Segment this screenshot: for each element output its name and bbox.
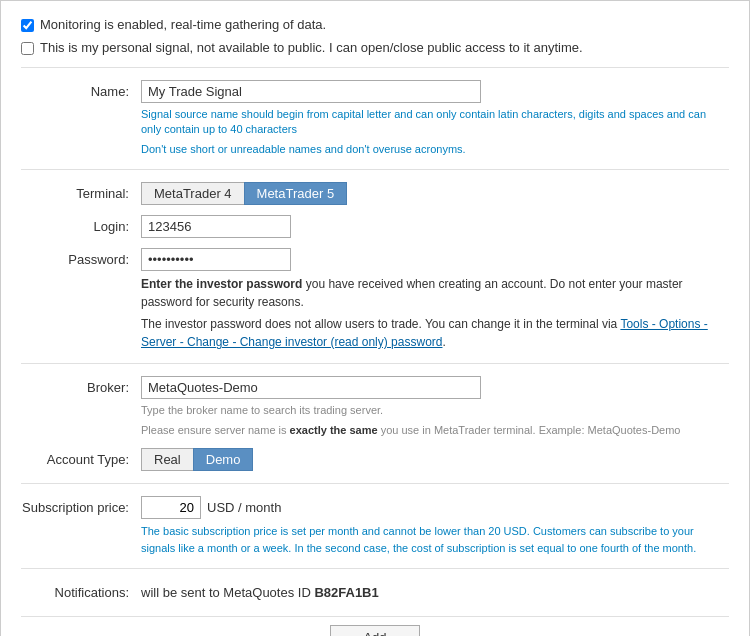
password-hint-2-pre: The investor password does not allow use…	[141, 317, 620, 331]
terminal-mt4-button[interactable]: MetaTrader 4	[141, 182, 244, 205]
broker-hint-2-bold: exactly the same	[290, 424, 378, 436]
divider-1	[21, 67, 729, 68]
divider-4	[21, 483, 729, 484]
password-content: Enter the investor password you have rec…	[141, 248, 729, 351]
notifications-label: Notifications:	[21, 581, 141, 600]
terminal-mt5-button[interactable]: MetaTrader 5	[244, 182, 348, 205]
divider-3	[21, 363, 729, 364]
divider-5	[21, 568, 729, 569]
notifications-text: will be sent to MetaQuotes ID B82FA1B1	[141, 581, 729, 600]
price-row: USD / month	[141, 496, 729, 519]
notifications-content: will be sent to MetaQuotes ID B82FA1B1	[141, 581, 729, 600]
notifications-id: B82FA1B1	[314, 585, 378, 600]
name-label: Name:	[21, 80, 141, 99]
account-type-real-button[interactable]: Real	[141, 448, 193, 471]
login-row: Login:	[21, 215, 729, 238]
personal-signal-checkbox[interactable]	[21, 42, 34, 55]
divider-2	[21, 169, 729, 170]
password-label: Password:	[21, 248, 141, 267]
monitoring-checkbox[interactable]	[21, 19, 34, 32]
login-label: Login:	[21, 215, 141, 234]
password-row: Password: Enter the investor password yo…	[21, 248, 729, 351]
subscription-content: USD / month The basic subscription price…	[141, 496, 729, 556]
terminal-label: Terminal:	[21, 182, 141, 201]
terminal-buttons: MetaTrader 4 MetaTrader 5	[141, 182, 729, 205]
broker-hint-2-post: you use in MetaTrader terminal. Example:…	[378, 424, 681, 436]
name-content: Signal source name should begin from cap…	[141, 80, 729, 157]
terminal-row: Terminal: MetaTrader 4 MetaTrader 5	[21, 182, 729, 205]
password-hint: Enter the investor password you have rec…	[141, 275, 729, 311]
broker-row: Broker: Type the broker name to search i…	[21, 376, 729, 438]
broker-content: Type the broker name to search its tradi…	[141, 376, 729, 438]
account-type-label: Account Type:	[21, 448, 141, 467]
main-form: Monitoring is enabled, real-time gatheri…	[0, 0, 750, 636]
name-hint-2: Don't use short or unreadable names and …	[141, 142, 729, 157]
account-type-content: Real Demo	[141, 448, 729, 471]
password-hint-2-end: .	[442, 335, 445, 349]
account-type-demo-button[interactable]: Demo	[193, 448, 254, 471]
notifications-pre: will be sent to MetaQuotes ID	[141, 585, 314, 600]
personal-signal-row: This is my personal signal, not availabl…	[21, 40, 729, 55]
broker-hint-2-pre: Please ensure server name is	[141, 424, 290, 436]
price-hint: The basic subscription price is set per …	[141, 523, 729, 556]
name-row: Name: Signal source name should begin fr…	[21, 80, 729, 157]
monitoring-label: Monitoring is enabled, real-time gatheri…	[40, 17, 326, 32]
notifications-row: Notifications: will be sent to MetaQuote…	[21, 581, 729, 600]
name-input[interactable]	[141, 80, 481, 103]
password-input[interactable]	[141, 248, 291, 271]
subscription-row: Subscription price: USD / month The basi…	[21, 496, 729, 556]
subscription-label: Subscription price:	[21, 496, 141, 515]
price-unit: USD / month	[207, 500, 281, 515]
broker-input[interactable]	[141, 376, 481, 399]
monitoring-row: Monitoring is enabled, real-time gatheri…	[21, 17, 729, 32]
name-hint-1: Signal source name should begin from cap…	[141, 107, 729, 138]
add-button[interactable]: Add	[330, 625, 419, 636]
personal-signal-label: This is my personal signal, not availabl…	[40, 40, 583, 55]
price-input[interactable]	[141, 496, 201, 519]
account-type-buttons: Real Demo	[141, 448, 729, 471]
account-type-row: Account Type: Real Demo	[21, 448, 729, 471]
broker-hint-2: Please ensure server name is exactly the…	[141, 422, 729, 439]
login-input[interactable]	[141, 215, 291, 238]
password-hint-bold: Enter the investor password	[141, 277, 302, 291]
broker-label: Broker:	[21, 376, 141, 395]
add-button-row: Add	[21, 616, 729, 636]
terminal-content: MetaTrader 4 MetaTrader 5	[141, 182, 729, 205]
password-hint-2: The investor password does not allow use…	[141, 315, 729, 351]
broker-hint-1: Type the broker name to search its tradi…	[141, 402, 729, 419]
login-content	[141, 215, 729, 238]
